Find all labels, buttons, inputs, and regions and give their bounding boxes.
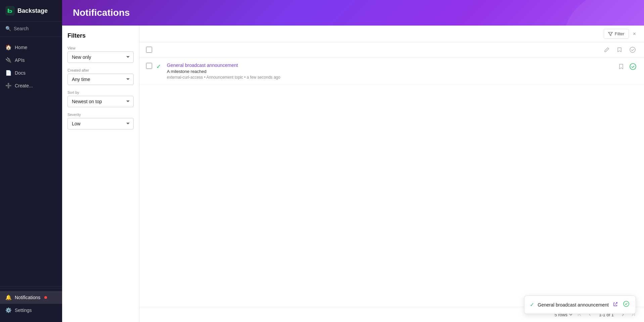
toast-checkmark-icon [623,300,630,307]
close-filter-button[interactable]: × [632,30,637,38]
sidebar-divider-1 [0,37,62,37]
notifications-list: Filter × [139,26,644,322]
notification-save-button[interactable] [617,63,625,71]
close-filter-icon: × [633,31,636,37]
filters-panel: Filters View New only All Saved Created … [62,26,139,322]
filter-created-after-select[interactable]: Any time Today This week This month [67,74,134,85]
sidebar-item-settings-label: Settings [15,308,32,313]
bookmark-icon [616,47,623,53]
filter-group-view: View New only All Saved [67,46,134,63]
main-content: Notifications Filters View New only All … [62,0,644,322]
filter-group-created-after: Created after Any time Today This week T… [67,68,134,85]
sidebar-item-notifications[interactable]: 🔔 Notifications [0,291,62,304]
notification-title[interactable]: General broadcast announcement [167,63,238,68]
filter-sort-by-label: Sort by [67,90,134,94]
search-icon: 🔍 [5,26,11,31]
list-header-row [139,42,644,57]
sidebar-item-apis-label: APIs [15,57,25,63]
filters-title: Filters [67,32,134,39]
filter-sort-by-select[interactable]: Newest on top Oldest on top [67,96,134,107]
svg-point-3 [624,301,629,307]
sidebar-item-home-label: Home [15,45,27,50]
notification-subtitle: A milestone reached [167,69,613,74]
svg-point-2 [630,64,636,70]
external-link-icon [613,301,618,307]
filter-view-select[interactable]: New only All Saved [67,51,134,63]
filter-button-label: Filter [615,31,625,36]
list-toolbar: Filter × [139,26,644,42]
notification-done-button[interactable] [629,62,637,71]
toast-open-button[interactable] [612,301,619,309]
content-area: Filters View New only All Saved Created … [62,26,644,322]
done-all-button[interactable] [628,45,637,54]
settings-icon: ⚙️ [5,307,11,313]
toast-check-icon: ✓ [530,301,534,308]
filter-icon [608,32,613,36]
notification-bookmark-icon [618,63,625,70]
sidebar-bottom: 🔔 Notifications ⚙️ Settings [0,288,62,322]
toast-done-button[interactable] [622,300,630,310]
filter-severity-label: Severity [67,113,134,117]
filter-severity-select[interactable]: Low Normal High Critical [67,118,134,129]
filter-created-after-label: Created after [67,68,134,72]
filter-group-sort-by: Sort by Newest on top Oldest on top [67,90,134,107]
sidebar-logo-text: Backstage [17,7,48,14]
notification-body: General broadcast announcement A milesto… [167,62,613,80]
filter-group-severity: Severity Low Normal High Critical [67,113,134,129]
table-row: ✓ General broadcast announcement A miles… [139,57,644,85]
notification-check-circle-icon [629,63,637,70]
toast-title: General broadcast announcement [538,302,609,308]
sidebar-search-item[interactable]: 🔍 Search [0,22,62,35]
sidebar-item-notifications-label: Notifications [15,295,40,300]
notification-row-actions [617,62,637,71]
sidebar-search-label: Search [14,26,29,31]
sidebar-item-settings[interactable]: ⚙️ Settings [0,304,62,317]
notifications-badge [44,296,47,299]
home-icon: 🏠 [5,44,11,50]
svg-point-1 [630,47,635,52]
check-circle-icon [629,46,636,53]
create-icon: ➕ [5,83,11,89]
sidebar: Backstage 🔍 Search 🏠 Home 🔌 APIs 📄 Docs … [0,0,62,322]
mark-all-read-button[interactable] [602,45,611,54]
save-all-button[interactable] [615,45,624,54]
notification-checkbox[interactable] [146,63,152,69]
page-title: Notifications [73,7,633,18]
sidebar-item-home[interactable]: 🏠 Home [0,41,62,54]
notifications-icon: 🔔 [5,294,11,300]
pencil-icon [604,47,610,53]
notification-meta: external-curl-access • Announcement topi… [167,75,613,80]
toast-notification: ✓ General broadcast announcement [524,295,636,314]
sidebar-divider-2 [0,286,62,287]
header-actions [602,45,637,54]
sidebar-item-apis[interactable]: 🔌 APIs [0,54,62,67]
read-status-icon: ✓ [156,63,163,70]
sidebar-item-docs-label: Docs [15,70,26,76]
docs-icon: 📄 [5,70,11,76]
page-header: Notifications [62,0,644,26]
sidebar-logo[interactable]: Backstage [0,0,62,22]
backstage-logo-icon [5,6,15,15]
filter-view-label: View [67,46,134,50]
sidebar-item-create-label: Create... [15,83,33,88]
sidebar-item-create[interactable]: ➕ Create... [0,79,62,92]
sidebar-item-docs[interactable]: 📄 Docs [0,67,62,79]
apis-icon: 🔌 [5,57,11,63]
select-all-checkbox[interactable] [146,47,152,53]
filter-button[interactable]: Filter [604,29,629,39]
sidebar-nav: 🏠 Home 🔌 APIs 📄 Docs ➕ Create... [0,38,62,285]
